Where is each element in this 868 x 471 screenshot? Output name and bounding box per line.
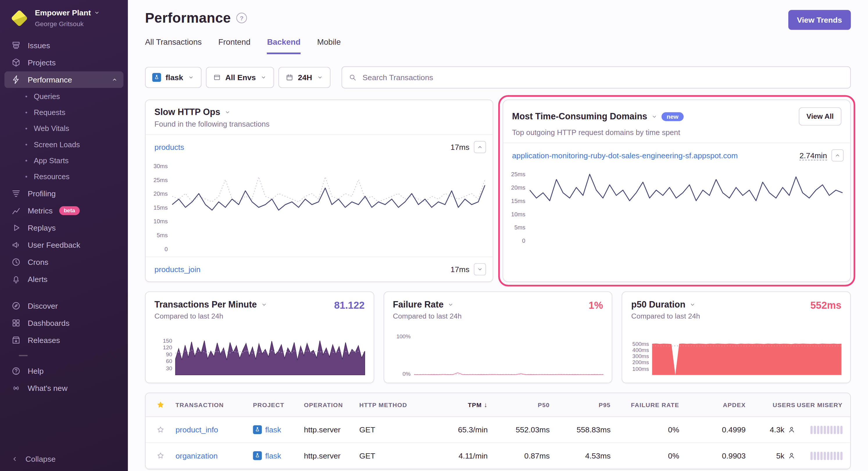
- collapse-button[interactable]: Collapse: [11, 455, 56, 463]
- transaction-link[interactable]: products_join: [154, 265, 200, 273]
- sidebar-item-performance[interactable]: Performance: [4, 71, 123, 88]
- collapse-row-button[interactable]: [831, 149, 844, 162]
- sidebar-item-profiling[interactable]: Profiling: [4, 185, 123, 202]
- p50-duration-card: p50 Duration Compared to last 24h 552ms …: [622, 292, 851, 383]
- sidebar-subitem-app-starts[interactable]: App Starts: [0, 153, 128, 169]
- tab-all-transactions[interactable]: All Transactions: [145, 37, 202, 54]
- sidebar-item-releases[interactable]: Releases: [4, 332, 123, 348]
- time-range-filter-button[interactable]: 24H: [278, 67, 330, 88]
- search-transactions-input[interactable]: [361, 72, 844, 82]
- stat-subtitle: Compared to last 24h: [631, 312, 700, 320]
- projects-icon: [11, 58, 21, 67]
- sidebar-item-dashboards[interactable]: Dashboards: [4, 315, 123, 331]
- column-header-operation[interactable]: OPERATION: [304, 402, 359, 408]
- sidebar-item-projects[interactable]: Projects: [4, 54, 123, 71]
- column-header-tpm[interactable]: TPM↓: [425, 401, 488, 409]
- transactions-table: TRANSACTIONPROJECTOPERATIONHTTP METHODTP…: [145, 393, 851, 470]
- sidebar-item-crons[interactable]: Crons: [4, 254, 123, 270]
- column-header-p95[interactable]: P95: [550, 402, 611, 408]
- column-label: APDEX: [723, 402, 746, 408]
- sidebar-item-replays[interactable]: Replays: [4, 220, 123, 236]
- panel-title: Most Time-Consuming Domains: [512, 111, 647, 122]
- column-label: P50: [538, 402, 550, 408]
- column-header-transaction[interactable]: TRANSACTION: [176, 402, 253, 408]
- help-icon[interactable]: ?: [236, 13, 247, 23]
- view-all-button[interactable]: View All: [799, 107, 841, 126]
- stat-value: 81.122: [334, 300, 365, 311]
- table-body: product_infoflaskhttp.serverGET65.3/min5…: [146, 417, 850, 469]
- sidebar-subitem-label: App Starts: [34, 157, 69, 165]
- sidebar-item-discover[interactable]: Discover: [4, 298, 123, 314]
- column-header-users[interactable]: USERS: [746, 402, 795, 408]
- sidebar-item-metrics[interactable]: Metricsbeta: [4, 202, 123, 219]
- user-misery-bars: [810, 426, 842, 434]
- tpm-cell: 65.3/min: [425, 425, 488, 434]
- sidebar-subitem-label: Requests: [34, 108, 65, 117]
- transaction-link[interactable]: organization: [176, 451, 218, 460]
- chevron-down-icon: [260, 74, 267, 81]
- chevron-down-icon[interactable]: [651, 113, 658, 120]
- bullet-dot: [26, 160, 27, 162]
- tab-backend[interactable]: Backend: [267, 37, 301, 54]
- favorite-star[interactable]: [146, 452, 176, 460]
- bullet-dot: [26, 144, 27, 145]
- favorite-star[interactable]: [146, 426, 176, 434]
- column-header-apdex[interactable]: APDEX: [679, 402, 746, 408]
- view-trends-button[interactable]: View Trends: [788, 10, 851, 30]
- environment-filter-button[interactable]: All Envs: [206, 67, 274, 88]
- releases-icon: [11, 335, 21, 345]
- chevron-down-icon[interactable]: [224, 109, 231, 115]
- table-row: product_infoflaskhttp.serverGET65.3/min5…: [146, 417, 850, 443]
- sidebar-item-help[interactable]: Help: [4, 363, 123, 379]
- y-axis-tick-label: 400ms: [632, 347, 649, 353]
- sort-desc-icon: ↓: [484, 401, 488, 409]
- column-header-project[interactable]: PROJECT: [253, 402, 304, 408]
- bullet-dot: [26, 176, 27, 178]
- issues-icon: [11, 40, 21, 50]
- chevron-down-icon[interactable]: [261, 301, 268, 308]
- column-header-http_method[interactable]: HTTP METHOD: [359, 402, 425, 408]
- sidebar-subitem-web-vitals[interactable]: Web Vitals: [0, 121, 128, 136]
- panel-title: Slow HTTP Ops: [154, 107, 220, 117]
- users-cell: 5k: [746, 451, 795, 460]
- project-cell: flask: [253, 451, 304, 460]
- failure-rate-card: Failure Rate Compared to last 24h 1% 100…: [383, 292, 613, 383]
- y-axis-tick-label: 15ms: [511, 198, 525, 204]
- sidebar-subitem-requests[interactable]: Requests: [0, 105, 128, 121]
- domain-row: application-monitoring-ruby-dot-sales-en…: [503, 143, 850, 168]
- sidebar-item-user-feedback[interactable]: User Feedback: [4, 237, 123, 253]
- transaction-link[interactable]: products: [154, 142, 184, 151]
- beta-badge: beta: [59, 206, 80, 215]
- column-header-p50[interactable]: P50: [488, 402, 550, 408]
- sidebar-item-label: Discover: [28, 301, 58, 310]
- org-switcher[interactable]: Empower Plant George Gritsouk: [0, 0, 128, 34]
- chevron-down-icon[interactable]: [689, 301, 696, 308]
- transaction-cell: product_info: [176, 425, 253, 434]
- tab-mobile[interactable]: Mobile: [317, 37, 341, 54]
- expand-row-button[interactable]: [474, 263, 486, 275]
- tpm-cell: 4.11/min: [425, 451, 488, 460]
- column-header-failure_rate[interactable]: FAILURE RATE: [611, 402, 679, 408]
- star-icon: [157, 426, 164, 434]
- project-link[interactable]: flask: [265, 451, 281, 460]
- transaction-row: products 17ms: [146, 135, 493, 160]
- domain-link[interactable]: application-monitoring-ruby-dot-sales-en…: [512, 151, 738, 160]
- column-header-star[interactable]: [146, 401, 176, 409]
- duration-value: 17ms: [451, 142, 469, 151]
- chevron-down-icon[interactable]: [447, 301, 454, 308]
- sidebar-subitem-resources[interactable]: Resources: [0, 169, 128, 185]
- column-header-user_misery[interactable]: USER MISERY: [796, 402, 850, 408]
- sidebar-item-alerts[interactable]: Alerts: [4, 271, 123, 288]
- sidebar-item-issues[interactable]: Issues: [4, 37, 123, 54]
- project-link[interactable]: flask: [265, 425, 281, 434]
- tab-frontend[interactable]: Frontend: [218, 37, 251, 54]
- sidebar-subitem-queries[interactable]: Queries: [0, 89, 128, 105]
- collapse-row-button[interactable]: [474, 141, 486, 153]
- sidebar-subitem-screen-loads[interactable]: Screen Loads: [0, 136, 128, 153]
- org-user-name: George Gritsouk: [35, 20, 84, 28]
- sidebar-item-what-s-new[interactable]: What's new: [4, 380, 123, 396]
- y-axis-tick-label: 10ms: [154, 218, 168, 225]
- transaction-link[interactable]: product_info: [176, 425, 218, 434]
- project-filter-button[interactable]: flask: [145, 67, 202, 88]
- domains-chart: [530, 174, 842, 241]
